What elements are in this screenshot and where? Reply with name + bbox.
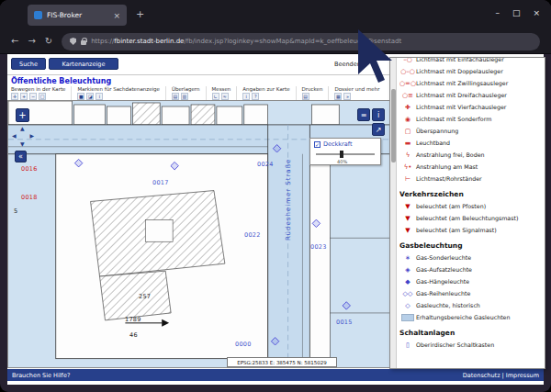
pan-up-icon[interactable]: ▲ — [20, 125, 25, 131]
forward-icon[interactable]: → — [28, 37, 35, 46]
suche-button[interactable]: Suche — [11, 58, 46, 70]
house-number-label: 46 — [129, 331, 138, 339]
parcel-label: 0000 — [235, 341, 252, 348]
legend-item: ∗Gas-Sonderleuchte — [399, 252, 543, 263]
opacity-value: 40% — [337, 159, 347, 164]
full-extent-tool-icon[interactable]: □ — [39, 93, 46, 100]
lock-icon[interactable] — [81, 40, 86, 45]
legend-symbol-icon: ◉ — [399, 116, 416, 123]
opacity-slider[interactable]: 40% — [316, 151, 375, 165]
dossier-tool-icon[interactable]: ▦ — [334, 93, 342, 100]
map-info-tool-icon[interactable]: i — [242, 93, 250, 100]
window-maximize-icon[interactable]: □ — [512, 8, 521, 17]
legend-symbol-icon: –○ — [399, 58, 416, 63]
select-area-tool-icon[interactable]: ◪ — [86, 93, 94, 100]
toolgroup-select: Markieren für Sachdatenanzeige ■ ◪ i — [71, 86, 164, 100]
print-tool-icon[interactable]: ▤ — [302, 93, 309, 100]
map-canvas[interactable]: 0016 0018 5 0017 0024 0022 0023 0015 000… — [7, 100, 393, 368]
legal-links[interactable]: Datenschutz | Impressum — [463, 372, 539, 379]
legend-scrollbar[interactable] — [390, 58, 397, 368]
parcel-label: 0022 — [244, 231, 261, 239]
toolgroup-mapinfo: Angaben zur Karte i ? — [236, 86, 295, 100]
zoom-in-tool-icon[interactable]: + — [20, 93, 28, 100]
pan-right-icon[interactable]: ▶ — [29, 132, 34, 139]
page-statusbar: Brauchen Sie Hilfe? Datenschutz | Impres… — [7, 369, 544, 381]
tab-title: FIS-Broker — [47, 11, 108, 19]
zoom-in-button[interactable]: + — [16, 108, 29, 122]
legend-item: ▢Überspannung — [399, 125, 543, 137]
legend-item: ϟ•Anstrahlung am Mast — [399, 161, 543, 173]
legend-item: ϟAnstrahlung frei, Boden — [399, 149, 543, 161]
map-help-tool-icon[interactable]: ? — [252, 93, 259, 100]
expand-icon[interactable]: ↗ — [372, 123, 385, 136]
help-link[interactable]: Brauchen Sie Hilfe? — [12, 372, 70, 379]
legend-item: ▼beleuchtet (am Signalmast) — [399, 224, 543, 236]
pan-left-icon[interactable]: ◀ — [12, 132, 17, 139]
slider-track[interactable] — [316, 153, 375, 155]
measure-length-tool-icon[interactable]: ∟ — [212, 93, 219, 100]
pan-control[interactable]: ▲ ▼ ◀ ▶ — [12, 125, 34, 147]
legend-swatch-icon — [399, 313, 416, 320]
legend-symbol-icon: ▼ — [399, 215, 416, 222]
select-info-tool-icon[interactable]: i — [96, 93, 103, 100]
overlay2-tool-icon[interactable]: ▥ — [181, 93, 188, 100]
legend-symbol-icon: ϟ — [399, 151, 416, 159]
reload-icon[interactable]: ↻ — [45, 37, 52, 46]
pan-down-icon[interactable]: ▼ — [20, 140, 25, 147]
legend-symbol-icon: ⊢ — [399, 175, 416, 183]
slider-thumb[interactable] — [340, 151, 343, 158]
legend-symbol-icon: ▼ — [399, 203, 416, 210]
legend-item: ▯Oberirdischer Schaltkasten — [399, 339, 543, 351]
legend-item: ○–○Lichtmast mit Doppelausleger — [399, 65, 543, 77]
parcel-label: 0018 — [21, 194, 38, 201]
browser-tab[interactable]: FIS-Broker × — [28, 5, 127, 26]
layers-icon[interactable]: ≡ — [357, 108, 370, 121]
legend-item: ◇Gasleuchte, historisch — [399, 299, 543, 311]
parcel-label: 5 — [14, 207, 17, 215]
new-tab-button[interactable]: + — [136, 9, 144, 19]
window-close-icon[interactable]: × — [533, 8, 540, 17]
toolgroup-dossier: Dossier und mehr ▦ » — [328, 86, 385, 100]
legend-item: ◇◇Gas-Reihenleuchte — [399, 287, 543, 299]
scrollbar-thumb[interactable] — [391, 89, 396, 162]
measure-area-tool-icon[interactable]: ≈ — [221, 93, 229, 100]
overlay-tool-icon[interactable]: ▤ — [172, 93, 179, 100]
legend-item: –○Lichtmast mit Einfachausleger — [399, 58, 543, 65]
legend-symbol-icon: ◇◇ — [399, 290, 416, 297]
parcel-label: 0017 — [152, 179, 169, 186]
collapse-panel-button[interactable]: « — [15, 151, 27, 162]
parcel-label: 0015 — [336, 319, 353, 326]
window-minimize-icon[interactable]: – — [495, 8, 500, 17]
pan-tool-icon[interactable]: ✛ — [11, 93, 18, 100]
kartenanzeige-button[interactable]: Kartenanzeige — [49, 58, 118, 70]
legend-item: ▼beleuchtet (am Pfosten) — [399, 200, 543, 212]
select-point-tool-icon[interactable]: ■ — [77, 93, 84, 100]
legend-symbol-icon: ▢ — [399, 128, 416, 135]
legend-item: ▼beleuchtet (am Beleuchtungsmast) — [399, 212, 543, 224]
legend-item: Erhaltungsbereiche Gasleuchten — [399, 311, 543, 323]
house-number-label: 257 — [139, 293, 151, 300]
shield-icon[interactable] — [70, 38, 76, 45]
legend-item: ✚Lichtmast mit Vierfachausleger — [399, 101, 543, 113]
legend-section-header: Gasbeleuchtung — [399, 241, 543, 250]
parcel-label: 0024 — [257, 161, 274, 168]
coordinates-bar: EPSG:25833 E: 385475 N: 5815029 — [227, 357, 337, 367]
more-tool-icon[interactable]: » — [343, 93, 351, 100]
legend-item: ○≡Lichtmast mit Dreifachausleger — [399, 89, 543, 101]
legend-symbol-icon: ○=○ — [399, 80, 416, 87]
zoom-out-tool-icon[interactable]: − — [29, 93, 37, 100]
map-title: Öffentliche Beleuchtung — [11, 77, 111, 85]
opacity-checkbox[interactable]: ✓ — [314, 141, 320, 148]
back-icon[interactable]: ← — [11, 37, 18, 46]
info-icon[interactable]: i — [372, 108, 385, 121]
legend-item: ◆Gas-Hängeleuchte — [399, 275, 543, 287]
legend-symbol-icon: ▬ — [399, 140, 416, 147]
legend-symbol-icon: ◈ — [399, 266, 416, 274]
tab-close-icon[interactable]: × — [113, 11, 120, 20]
legend-item: ○=○Lichtmast mit Zwillingsausleger — [399, 77, 543, 89]
browser-navbar: ← → ↻ https://fbinter.stadt-berlin.de/fb… — [0, 29, 551, 54]
legend-item: ⊢Lichtmast/Rohrständer — [399, 173, 543, 185]
house-number-label: 1789 — [125, 316, 141, 323]
toolgroup-measure: Messen ∟ ≈ — [206, 86, 237, 100]
url-bar[interactable]: https://fbinter.stadt-berlin.de/fb/index… — [62, 33, 540, 50]
